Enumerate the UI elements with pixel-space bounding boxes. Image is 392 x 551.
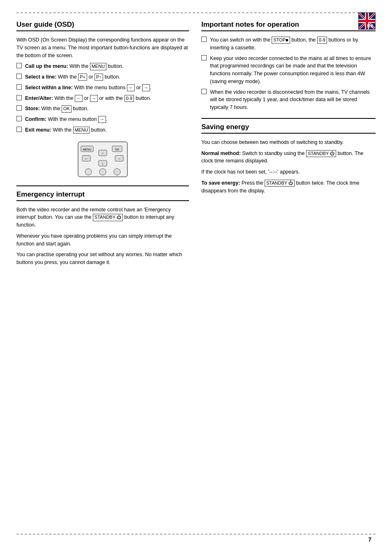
important-text-2: Keep your video recorder connected to th… <box>210 55 376 86</box>
emergency-para2: Whenever you have operating problems you… <box>16 232 189 248</box>
p-plus-key: P+ <box>78 74 87 81</box>
normal-method-label: Normal method: <box>201 150 241 156</box>
svg-text:←: ← <box>85 157 88 161</box>
saving-title: Saving energy <box>201 123 376 134</box>
confirm-label: Confirm: <box>25 116 46 122</box>
emergency-title: Emergency interrupt <box>16 190 189 201</box>
osd-item-store: Store: With the OK button. <box>16 105 189 113</box>
zero-nine-key-2: 0-9 <box>317 37 327 44</box>
emergency-section: Emergency interrupt Both the video recor… <box>16 190 189 266</box>
osd-intro: With OSD (On Screen Display) the corresp… <box>16 36 189 59</box>
important-section: Important notes for operation You can sw… <box>201 21 376 111</box>
checkbox-callmenu <box>16 63 22 68</box>
saving-normal: Normal method: Switch to standby using t… <box>201 150 376 165</box>
important-text-1: You can switch on with the STOP■ button,… <box>210 36 376 52</box>
uk-label: UK <box>367 24 374 28</box>
right-arrow-key: → <box>142 84 150 91</box>
confirm-text: Confirm: With the menu button →. <box>25 116 107 123</box>
osd-item-selectwithin: Select within a line: With the menu butt… <box>16 84 189 92</box>
callmenu-text: Call up the menu: With the MENU button. <box>25 63 124 70</box>
important-text-3: When the video recorder is disconnected … <box>210 88 376 111</box>
enteralter-label: Enter/Alter: <box>25 95 53 101</box>
bottom-border <box>16 534 376 535</box>
uk-badge: UK <box>358 12 376 30</box>
emergency-para3: You can practise operating your set with… <box>16 251 189 266</box>
menu-button-key: MENU <box>90 63 106 70</box>
important-item-1: You can switch on with the STOP■ button,… <box>201 36 376 52</box>
selectwithin-label: Select within a line: <box>25 85 73 90</box>
selectwithin-text: Select within a line: With the menu butt… <box>25 84 152 92</box>
callmenu-label: Call up the menu: <box>25 63 68 69</box>
checkbox-important-2 <box>201 55 207 60</box>
left-column: User guide (OSD) With OSD (On Screen Dis… <box>16 21 189 270</box>
checkbox-exitmenu <box>16 127 22 132</box>
stop-key: STOP■ <box>272 37 290 44</box>
svg-point-24 <box>114 169 120 175</box>
emergency-para1: Both the video recorder and the remote c… <box>16 206 189 229</box>
zero-nine-key: 0-9 <box>125 95 134 102</box>
saving-tosave: To save energy: Press the STANDBY ⏻ butt… <box>201 179 376 195</box>
osd-item-confirm: Confirm: With the menu button →. <box>16 116 189 123</box>
ok-key: OK <box>62 105 71 112</box>
svg-text:↑: ↑ <box>102 151 104 155</box>
osd-item-callmenu: Call up the menu: With the MENU button. <box>16 63 189 70</box>
store-label: Store: <box>25 106 40 111</box>
enter-left-key: ← <box>75 95 83 102</box>
page: UK User guide (OSD) With OSD (On Screen … <box>0 0 392 551</box>
important-saving-divider <box>201 118 376 119</box>
standby-key-3: STANDBY ⏻ <box>265 180 295 187</box>
svg-text:MENU: MENU <box>83 148 92 151</box>
checkbox-important-1 <box>201 37 207 42</box>
main-content: User guide (OSD) With OSD (On Screen Dis… <box>16 21 376 270</box>
checkbox-store <box>16 105 22 111</box>
checkbox-selectline <box>16 74 22 79</box>
top-border <box>16 12 376 13</box>
saving-intro: You can choose between two methods of sw… <box>201 139 376 146</box>
svg-text:OK: OK <box>115 148 119 151</box>
exitmenu-button-key: MENU <box>73 127 90 134</box>
enteralter-text: Enter/Alter: With the ← or → or with the… <box>25 95 151 102</box>
saving-clock: If the clock has not been set, '--:--' a… <box>201 168 376 176</box>
to-save-label: To save energy: <box>201 180 240 186</box>
remote-diagram: MENU OK ← → ↑ <box>16 140 189 179</box>
standby-key-1: STANDBY ⏻ <box>93 214 123 221</box>
checkbox-important-3 <box>201 89 207 94</box>
page-number: 7 <box>368 536 371 543</box>
exitmenu-label: Exit menu: <box>25 127 51 133</box>
checkbox-selectwithin <box>16 84 22 90</box>
confirm-right-key: → <box>98 116 106 123</box>
important-item-2: Keep your video recorder connected to th… <box>201 55 376 86</box>
osd-emergency-divider <box>16 185 189 186</box>
selectline-label: Select a line: <box>25 74 56 80</box>
p-minus-key: P↑ <box>95 74 103 81</box>
standby-key-2: STANDBY ⏻ <box>306 150 336 157</box>
exitmenu-text: Exit menu: With the MENU button. <box>25 126 107 134</box>
osd-section: User guide (OSD) With OSD (On Screen Dis… <box>16 21 189 179</box>
selectline-text: Select a line: With the P+ or P↑ button. <box>25 73 120 81</box>
checkbox-enteralter <box>16 95 22 100</box>
important-title: Important notes for operation <box>201 21 376 31</box>
right-column: Important notes for operation You can sw… <box>201 21 376 270</box>
enter-right-key: → <box>90 95 98 102</box>
remote-control-svg: MENU OK ← → ↑ <box>76 140 129 179</box>
important-item-3: When the video recorder is disconnected … <box>201 88 376 111</box>
checkbox-confirm <box>16 116 22 121</box>
osd-item-enteralter: Enter/Alter: With the ← or → or with the… <box>16 95 189 102</box>
svg-text:→: → <box>118 157 121 161</box>
left-arrow-key: ← <box>127 84 135 91</box>
store-text: Store: With the OK button. <box>25 105 89 113</box>
svg-point-22 <box>85 169 92 175</box>
svg-text:↓: ↓ <box>102 162 104 166</box>
osd-title: User guide (OSD) <box>16 21 189 31</box>
osd-item-exitmenu: Exit menu: With the MENU button. <box>16 126 189 134</box>
osd-item-selectline: Select a line: With the P+ or P↑ button. <box>16 73 189 81</box>
saving-section: Saving energy You can choose between two… <box>201 123 376 195</box>
svg-point-23 <box>99 169 106 175</box>
